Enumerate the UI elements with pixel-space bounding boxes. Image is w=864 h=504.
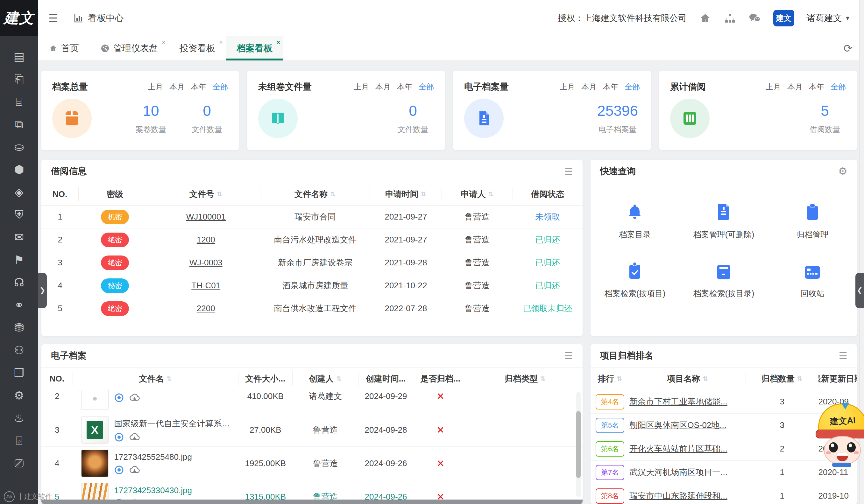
- shield-icon[interactable]: ⛨: [0, 203, 38, 226]
- expand-left-panel-handle[interactable]: ❯: [38, 273, 47, 308]
- filter-last-month[interactable]: 上月: [354, 82, 369, 92]
- user-menu[interactable]: 诸葛建文 ▾: [806, 12, 849, 24]
- quick-archive-catalog[interactable]: 档案目录: [590, 202, 679, 240]
- tab-investment-board[interactable]: 投资看板 ×: [169, 36, 226, 60]
- firewall-icon[interactable]: ♨: [0, 407, 38, 429]
- table-row[interactable]: 4 17273425525480.jpg 1925.00KB 鲁营造 2024-…: [41, 447, 583, 480]
- col-last-updated[interactable]: 最新更新日期: [818, 371, 857, 386]
- tab-close-icon[interactable]: ×: [219, 39, 223, 46]
- col-archive-type[interactable]: 归档类型⇅: [468, 371, 583, 386]
- horizontal-scrollbar[interactable]: [41, 500, 583, 504]
- panel-menu-icon[interactable]: ☰: [839, 350, 848, 361]
- filter-this-year[interactable]: 本年: [191, 82, 206, 92]
- filter-all[interactable]: 全部: [831, 82, 846, 92]
- quick-filing-manage[interactable]: 归档管理: [768, 202, 857, 240]
- filter-this-month[interactable]: 本月: [581, 82, 597, 92]
- table-row[interactable]: 3 绝密 WJ-0003 新余市厂房建设卷宗 2021-09-28 鲁营造 已归…: [41, 251, 583, 274]
- tab-close-icon[interactable]: ×: [162, 39, 166, 46]
- project-link[interactable]: 开化火车站站前片区基础...: [629, 443, 746, 454]
- filter-this-month[interactable]: 本月: [169, 82, 185, 92]
- sidebar-collapse-icon[interactable]: ☰: [48, 12, 58, 25]
- copy-docs-icon[interactable]: ⧉: [0, 113, 38, 136]
- table-row[interactable]: 2 410.00KB 诸葛建文 2024-09-29 ✕: [41, 390, 583, 413]
- table-row[interactable]: 2 绝密 1200 南台污水处理改造文件 2021-09-27 鲁营造 已归还: [41, 229, 583, 251]
- table-row[interactable]: 第8名 瑞安市中山东路延伸段和... 1 2019-10: [590, 484, 857, 504]
- database-wrench-icon[interactable]: ⛃: [0, 316, 38, 339]
- filter-last-month[interactable]: 上月: [766, 82, 781, 92]
- filter-this-year[interactable]: 本年: [603, 82, 618, 92]
- panel-menu-icon[interactable]: ☰: [564, 350, 573, 361]
- table-row[interactable]: 5 绝密 2200 南台供水改造工程文件 2022-07-28 鲁营造 已领取未…: [41, 297, 583, 320]
- handshake-icon[interactable]: ⚭: [0, 294, 38, 316]
- doc-star-icon[interactable]: ⎗: [0, 68, 38, 90]
- filter-this-month[interactable]: 本月: [375, 82, 391, 92]
- quick-archive-manage[interactable]: 档案管理(可删除): [679, 202, 768, 240]
- table-scrollbar[interactable]: [576, 392, 581, 497]
- filter-last-month[interactable]: 上月: [560, 82, 575, 92]
- home-icon[interactable]: [699, 12, 711, 25]
- tab-archive-board[interactable]: 档案看板 ×: [226, 36, 283, 60]
- table-row[interactable]: 3 X 国家级新一代自主安全计算系统... 27.00KB 鲁营造 2024-0…: [41, 413, 583, 447]
- blocks-icon[interactable]: ⬢: [0, 158, 38, 181]
- col-rank[interactable]: 排行⇅: [590, 371, 629, 386]
- form-icon[interactable]: ⌺: [0, 429, 38, 452]
- filter-this-year[interactable]: 本年: [809, 82, 824, 92]
- project-link[interactable]: 武汉天河机场南区项目一...: [629, 467, 746, 478]
- file-no-link[interactable]: WJ-0003: [189, 258, 223, 267]
- gear-icon[interactable]: ⚙: [838, 165, 848, 177]
- panel-menu-icon[interactable]: ☰: [564, 166, 573, 177]
- download-cloud-icon[interactable]: [130, 466, 140, 475]
- table-row[interactable]: 1 机密 WJ100001 瑞安市合同 2021-09-27 鲁营造 未领取: [41, 206, 583, 229]
- sitemap-icon[interactable]: [724, 12, 736, 25]
- ticket-settings-icon[interactable]: ⌸: [0, 90, 38, 113]
- project-link[interactable]: 瑞安市中山东路延伸段和...: [629, 490, 746, 502]
- envelope-user-icon[interactable]: ✉: [0, 226, 38, 248]
- gear-sync-icon[interactable]: ⚙: [0, 384, 38, 407]
- col-apply-time[interactable]: 申请时间⇅: [370, 187, 442, 201]
- filter-this-year[interactable]: 本年: [397, 82, 412, 92]
- plan-flag-icon[interactable]: ▤: [0, 45, 38, 68]
- filter-all[interactable]: 全部: [419, 82, 434, 92]
- preview-eye-icon[interactable]: [114, 465, 124, 475]
- col-is-archived[interactable]: 是否归档...: [413, 371, 468, 386]
- project-link[interactable]: 新余市下村工业基地储能...: [629, 396, 746, 407]
- monitor-gear-icon[interactable]: ⎚: [0, 452, 38, 475]
- tab-close-icon[interactable]: ×: [276, 39, 280, 46]
- table-row[interactable]: 4 秘密 TH-C01 酒泉城市房建质量 2021-10-22 鲁营造 已归还: [41, 274, 583, 297]
- col-project-name[interactable]: 项目名称⇅: [629, 371, 746, 386]
- diamond-icon[interactable]: ◈: [0, 181, 38, 203]
- jianwen-ai-mascot[interactable]: 建文AI: [816, 402, 864, 467]
- flag-icon[interactable]: ⚑: [0, 248, 38, 271]
- quick-recycle-bin[interactable]: 回收站: [768, 261, 857, 299]
- wechat-icon[interactable]: [748, 12, 761, 25]
- file-no-link[interactable]: TH-C01: [191, 281, 220, 290]
- file-no-link[interactable]: 2200: [197, 304, 215, 313]
- col-creator[interactable]: 创建人⇅: [292, 371, 359, 386]
- tab-management-dashboard[interactable]: 管理仪表盘 ×: [90, 36, 169, 60]
- col-created-time[interactable]: 创建时间...: [359, 371, 413, 386]
- expand-right-panel-handle[interactable]: ❮: [855, 273, 864, 308]
- book-icon[interactable]: ❐: [0, 361, 38, 384]
- col-file-name[interactable]: 文件名称⇅: [261, 187, 370, 201]
- user-avatar[interactable]: 建文: [773, 10, 794, 26]
- quick-search-by-project[interactable]: 档案检索(按项目): [590, 261, 679, 299]
- tab-home[interactable]: 首页: [38, 36, 90, 60]
- excel-file-thumbnail[interactable]: X: [81, 416, 109, 444]
- quick-search-by-catalog[interactable]: 档案检索(按目录): [679, 261, 768, 299]
- user-gear-icon[interactable]: ⚇: [0, 339, 38, 361]
- filter-all[interactable]: 全部: [213, 82, 228, 92]
- filter-last-month[interactable]: 上月: [148, 82, 163, 92]
- col-file-name[interactable]: 文件名⇅: [73, 371, 238, 386]
- project-link[interactable]: 朝阳区奥体南区OS-02地...: [629, 420, 746, 431]
- download-cloud-icon[interactable]: [130, 433, 140, 442]
- file-no-link[interactable]: 1200: [197, 235, 215, 244]
- filter-all[interactable]: 全部: [625, 82, 640, 92]
- preview-eye-icon[interactable]: [114, 393, 124, 403]
- col-file-size[interactable]: 文件大小...: [238, 371, 292, 386]
- col-applicant[interactable]: 申请人⇅: [442, 187, 513, 201]
- refresh-icon[interactable]: ⟳: [844, 42, 853, 55]
- download-cloud-icon[interactable]: [130, 393, 140, 402]
- money-bag-icon[interactable]: ⛀: [0, 136, 38, 158]
- col-file-no[interactable]: 文件号⇅: [151, 187, 261, 201]
- file-no-link[interactable]: WJ100001: [186, 212, 226, 221]
